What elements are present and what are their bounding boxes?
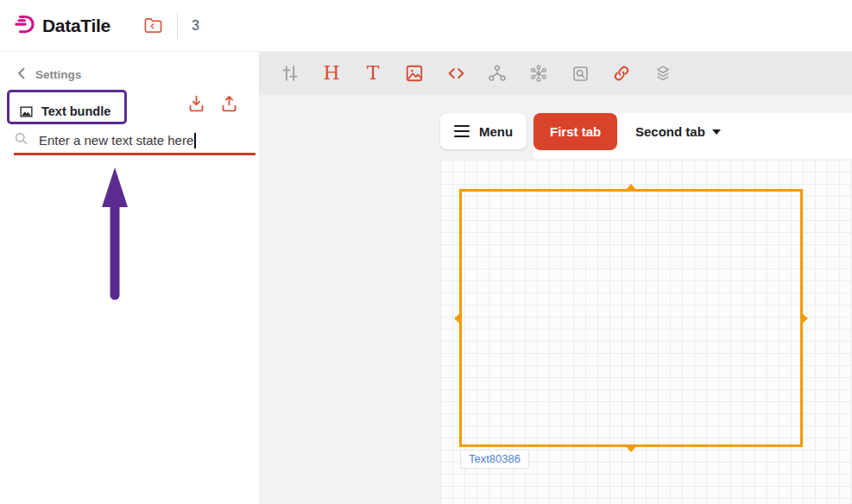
image-icon (19, 104, 34, 119)
folder-back-icon[interactable] (143, 16, 163, 35)
header-divider (177, 13, 178, 39)
upload-icon[interactable] (220, 94, 238, 114)
text-bundle-row[interactable]: Text bundle (0, 92, 259, 130)
code-icon[interactable] (435, 52, 476, 95)
resize-handle-top[interactable] (625, 184, 637, 191)
dashboard-area: Menu First tab Second tab Text80386 (259, 95, 852, 504)
heading-letter: H (323, 64, 339, 83)
image-widget-icon[interactable] (394, 52, 435, 95)
app-logo[interactable]: DataTile (14, 13, 110, 39)
link-icon[interactable] (601, 52, 642, 95)
search-icon (14, 131, 28, 149)
tab-bar: First tab Second tab (533, 113, 852, 159)
text-bundle-label: Text bundle (41, 104, 110, 118)
chevron-left-icon (17, 67, 25, 82)
app-header: DataTile 3 (0, 0, 852, 52)
search-box-icon[interactable] (559, 52, 601, 95)
widget-name-label: Text80386 (460, 450, 529, 469)
tune-icon[interactable] (269, 52, 311, 95)
tab-second[interactable]: Second tab (623, 113, 733, 150)
text-icon[interactable]: T (352, 52, 394, 95)
tab-first[interactable]: First tab (533, 113, 617, 150)
text-cursor (194, 133, 196, 148)
text-letter: T (367, 64, 380, 83)
new-text-state-input[interactable]: Enter a new text state here (14, 128, 256, 155)
tab-first-label: First tab (550, 124, 601, 139)
heading-icon[interactable]: H (311, 52, 352, 95)
download-icon[interactable] (187, 94, 205, 114)
hamburger-icon (454, 125, 470, 138)
settings-back-label: Settings (35, 68, 81, 81)
layers-icon[interactable] (642, 52, 684, 95)
menu-button-label: Menu (479, 124, 513, 139)
hub-icon[interactable] (518, 52, 559, 95)
widget-toolbar: H T (259, 52, 852, 95)
selected-text-widget[interactable] (459, 189, 803, 447)
resize-handle-left[interactable] (454, 312, 461, 324)
resize-handle-bottom[interactable] (625, 445, 637, 452)
settings-back-link[interactable]: Settings (0, 52, 259, 82)
resize-handle-right[interactable] (801, 312, 808, 324)
sidebar: Settings Text bundle (0, 52, 259, 504)
datatile-logo-icon (14, 13, 36, 39)
brand-name: DataTile (42, 16, 110, 36)
tab-second-label: Second tab (635, 124, 705, 139)
grid-canvas[interactable]: Text80386 (440, 160, 852, 504)
dashboard-count: 3 (192, 18, 199, 34)
input-value: Enter a new text state here (39, 133, 193, 148)
network-icon[interactable] (476, 52, 518, 95)
purple-up-arrow (98, 166, 132, 306)
menu-button[interactable]: Menu (440, 113, 527, 149)
chevron-down-icon (712, 129, 721, 135)
